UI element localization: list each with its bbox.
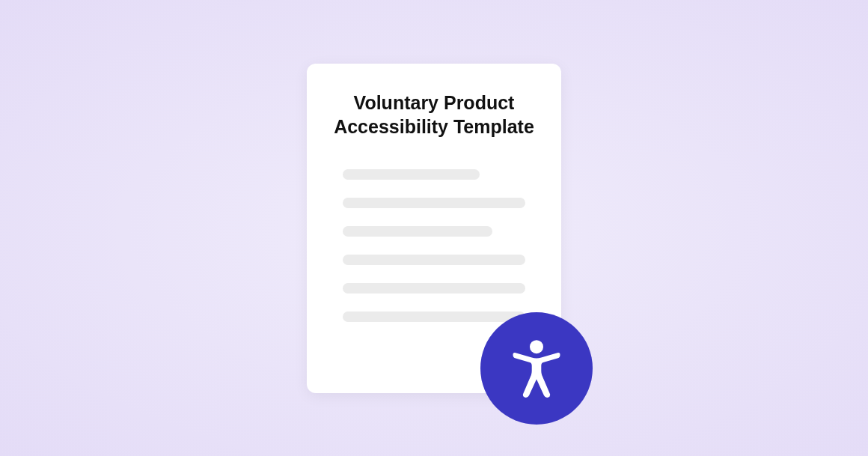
document-card: Voluntary Product Accessibility Template <box>307 64 561 393</box>
placeholder-line <box>343 255 525 265</box>
accessibility-icon <box>503 335 570 402</box>
placeholder-line <box>343 283 525 294</box>
placeholder-line <box>343 198 525 208</box>
document-title: Voluntary Product Accessibility Template <box>325 91 543 139</box>
svg-point-0 <box>530 340 543 353</box>
placeholder-line <box>343 311 525 322</box>
placeholder-text-lines <box>325 169 543 322</box>
placeholder-line <box>343 226 492 237</box>
placeholder-line <box>343 169 480 180</box>
accessibility-badge <box>480 312 593 425</box>
